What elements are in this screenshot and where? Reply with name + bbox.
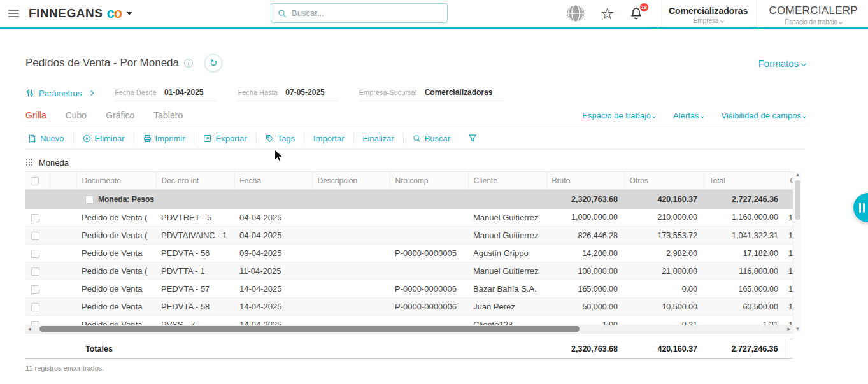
formats-dropdown[interactable]: Formatos — [758, 58, 806, 69]
company-label: Empresa — [669, 17, 748, 24]
scroll-down-arrow[interactable]: ▼ — [793, 325, 802, 333]
row-select-cell — [25, 262, 50, 280]
cell-documento: Pedido de Venta — [76, 245, 156, 262]
col-cliente[interactable]: Cliente — [468, 172, 546, 190]
cell-otros: 173,553.72 — [624, 227, 704, 245]
group-total: 2,727,246.36 — [704, 190, 785, 209]
grid-dots-icon — [25, 159, 33, 166]
select-all-checkbox[interactable] — [31, 177, 39, 185]
table-row[interactable]: Pedido de VentaPEDVTA - 5714-04-2025P-00… — [25, 280, 793, 298]
cell-doc-nro-int: PDVTTA - 1 — [156, 262, 234, 280]
new-button[interactable]: Nuevo — [25, 133, 74, 143]
col-doc-nro-int[interactable]: Doc-nro int — [156, 172, 234, 190]
cell-otros: 2,982.00 — [624, 245, 704, 262]
row-checkbox[interactable] — [31, 285, 39, 294]
param-fecha-hasta[interactable]: Fecha Hasta 07-05-2025 — [238, 85, 337, 101]
group-checkbox[interactable] — [85, 196, 94, 204]
field-visibility-dropdown[interactable]: Visibilidad de campos — [722, 111, 806, 120]
col-nro-comp[interactable]: Nro comp — [390, 172, 468, 190]
cell-doc-nro-int: PEDVTA - 58 — [156, 298, 234, 316]
tab-cubo[interactable]: Cubo — [66, 110, 87, 120]
company-selector[interactable]: Comercializadoras Empresa — [658, 3, 758, 24]
chevron-down-icon — [802, 115, 806, 118]
brand-name: FINNEGANS — [29, 6, 103, 20]
table-row[interactable]: Pedido de VentaPEDVTA - 5609-04-2025P-00… — [25, 245, 793, 262]
menu-icon[interactable] — [8, 8, 19, 19]
brand-caret-icon — [127, 12, 132, 15]
cell-cliente: Agustín Grippo — [468, 245, 546, 262]
global-search[interactable] — [271, 3, 448, 23]
totals-otros: 420,160.37 — [624, 339, 704, 359]
tag-icon — [266, 134, 274, 143]
row-checkbox[interactable] — [31, 250, 39, 258]
scroll-right-arrow[interactable]: ▸ — [787, 325, 790, 332]
table-row[interactable]: Pedido de VentaPEDVTA - 5814-04-2025P-00… — [25, 298, 793, 316]
cell-documento: Pedido de Venta — [76, 298, 156, 316]
cell-doc-nro-int: PDVTRET - 5 — [156, 209, 234, 227]
scroll-left-arrow[interactable]: ◂ — [28, 325, 31, 332]
vertical-scrollbar[interactable]: ▲ ▼ — [793, 171, 801, 333]
search-grid-button[interactable]: Buscar — [404, 133, 459, 143]
cell-descripcion — [312, 262, 390, 280]
vertical-scroll-thumb[interactable] — [795, 180, 800, 220]
notifications-bell-icon[interactable]: 19 — [629, 6, 644, 21]
cell-otros: 0.00 — [624, 280, 704, 298]
table-row[interactable]: Pedido de Venta (PDVTTA - 111-04-2025Man… — [25, 262, 793, 280]
horizontal-scrollbar[interactable]: ◂ ▸ — [25, 325, 793, 333]
param-fecha-desde[interactable]: Fecha Desde 01-04-2025 — [115, 85, 216, 101]
col-bruto[interactable]: Bruto — [546, 172, 624, 190]
row-select-cell — [25, 209, 50, 227]
col-otros[interactable]: Otros — [624, 172, 704, 190]
row-checkbox[interactable] — [31, 214, 39, 222]
parameters-toggle[interactable]: Parámetros — [25, 89, 93, 98]
cell-descripcion — [312, 280, 390, 298]
filter-button[interactable] — [459, 133, 486, 143]
workspace-view-dropdown[interactable]: Espacio de trabajo — [582, 111, 655, 120]
cell-c: 1. — [785, 245, 793, 262]
tab-grafico[interactable]: Gráfico — [106, 110, 134, 120]
row-checkbox[interactable] — [31, 267, 39, 276]
totals-total: 2,727,246.36 — [704, 339, 785, 359]
group-bruto: 2,320,763.68 — [546, 190, 624, 209]
col-descripcion[interactable]: Descripción — [312, 172, 390, 190]
cell-descripcion — [312, 227, 390, 245]
delete-button[interactable]: Eliminar — [74, 133, 134, 143]
print-button[interactable]: Imprimir — [134, 133, 195, 143]
col-documento[interactable]: Documento — [76, 172, 156, 190]
param-empresa-sucursal[interactable]: Empresa-Sucursal Comercializadoras — [359, 85, 506, 101]
globe-icon[interactable] — [566, 3, 586, 24]
workspace-name: COMERCIALERP — [769, 4, 858, 17]
col-c[interactable]: C — [785, 172, 793, 190]
tab-grilla[interactable]: Grilla — [25, 110, 46, 120]
notification-badge: 19 — [639, 3, 649, 12]
export-icon — [203, 134, 211, 143]
tab-tablero[interactable]: Tablero — [153, 110, 183, 120]
cell-otros: 210,000.00 — [624, 209, 704, 227]
table-row[interactable]: Pedido de Venta (PDVTAIVAINC - 104-04-20… — [25, 227, 793, 245]
export-button[interactable]: Exportar — [194, 133, 256, 143]
info-icon[interactable]: i — [184, 59, 193, 68]
row-checkbox[interactable] — [31, 303, 39, 311]
row-checkbox[interactable] — [31, 232, 39, 240]
totals-row: Totales 2,320,763.68 420,160.37 2,727,24… — [25, 339, 793, 359]
search-input[interactable] — [292, 8, 441, 18]
tags-button[interactable]: Tags — [257, 133, 304, 143]
printer-icon — [143, 134, 152, 143]
finalize-button[interactable]: Finalizar — [354, 133, 404, 143]
cell-bruto: 1,000,000.00 — [546, 209, 624, 227]
import-button[interactable]: Importar — [304, 133, 353, 143]
refresh-button[interactable]: ↻ — [204, 54, 222, 72]
cell-documento: Pedido de Venta ( — [76, 262, 156, 280]
horizontal-scroll-thumb[interactable] — [39, 326, 580, 332]
workspace-selector[interactable]: COMERCIALERP Espacio de trabajo — [758, 2, 868, 25]
col-total[interactable]: Total — [704, 172, 785, 190]
alerts-dropdown[interactable]: Alertas — [673, 111, 703, 120]
scroll-up-arrow[interactable]: ▲ — [793, 171, 802, 179]
col-fecha[interactable]: Fecha — [234, 172, 312, 190]
group-by-bar[interactable]: Moneda — [25, 153, 868, 171]
table-row[interactable]: Pedido de Venta (PDVTRET - 504-04-2025Ma… — [25, 209, 793, 227]
group-header-row[interactable]: Moneda: Pesos 2,320,763.68 420,160.37 2,… — [25, 190, 793, 209]
cell-descripcion — [312, 298, 390, 316]
favorites-star-icon[interactable]: ☆ — [600, 6, 614, 22]
brand-logo[interactable]: FINNEGANS co — [29, 5, 132, 22]
